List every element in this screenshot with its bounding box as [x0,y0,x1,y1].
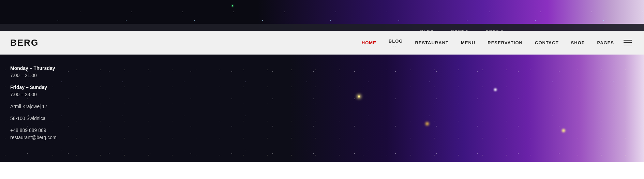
nav-item-restaurant[interactable]: RESTAURANT [409,31,455,55]
nav-item-blog[interactable]: BLOG ... [383,31,409,55]
nav-links: HOME BLOG ... RESTAURANT MENU RESERVATIO… [356,31,634,55]
nav-label-contact: CONTACT [535,40,559,45]
nav-label-pages: PAGES [597,40,614,45]
nav-item-menu[interactable]: MENU [455,31,481,55]
address-line1: Armii Krajowej 17 [10,103,57,110]
nav-label-shop: SHOP [571,40,585,45]
nav-label-home: HOME [362,40,376,45]
nav-label-menu: MENU [461,40,475,45]
schedule2-title: Friday – Sunday [10,84,57,91]
nav-label-blog: BLOG [389,39,403,44]
hamburger-menu[interactable] [624,38,634,48]
nav-item-contact[interactable]: CONTACT [529,31,565,55]
schedule1-title: Monday – Thursday [10,65,57,72]
nav-label-restaurant: RESTAURANT [415,40,449,45]
nav-label-reservation: RESERVATION [488,40,523,45]
nav-sub-dots: ... [393,44,398,47]
schedule2-time: 7.00 – 23.00 [10,91,57,98]
navbar: BERG HOME BLOG ... RESTAURANT MENU RESER… [0,31,644,55]
schedule1-time: 7.00 – 21.00 [10,72,57,79]
nav-item-shop[interactable]: SHOP [565,31,591,55]
nav-item-reservation[interactable]: RESERVATION [481,31,529,55]
address-line2: 58-100 Świdnica [10,115,57,122]
nav-item-pages[interactable]: PAGES [591,31,620,55]
site-logo[interactable]: BERG [10,38,39,48]
hamburger-line-3 [624,45,632,45]
email-address: restaurant@berg.com [10,134,57,141]
hamburger-line-2 [624,42,632,43]
hamburger-line-1 [624,40,632,41]
contact-info: Monday – Thursday 7.00 – 21.00 Friday – … [10,65,57,141]
bottom-section: Monday – Thursday 7.00 – 21.00 Friday – … [0,55,644,162]
nav-item-home[interactable]: HOME [356,31,383,55]
phone-number: +48 889 889 889 [10,127,57,134]
